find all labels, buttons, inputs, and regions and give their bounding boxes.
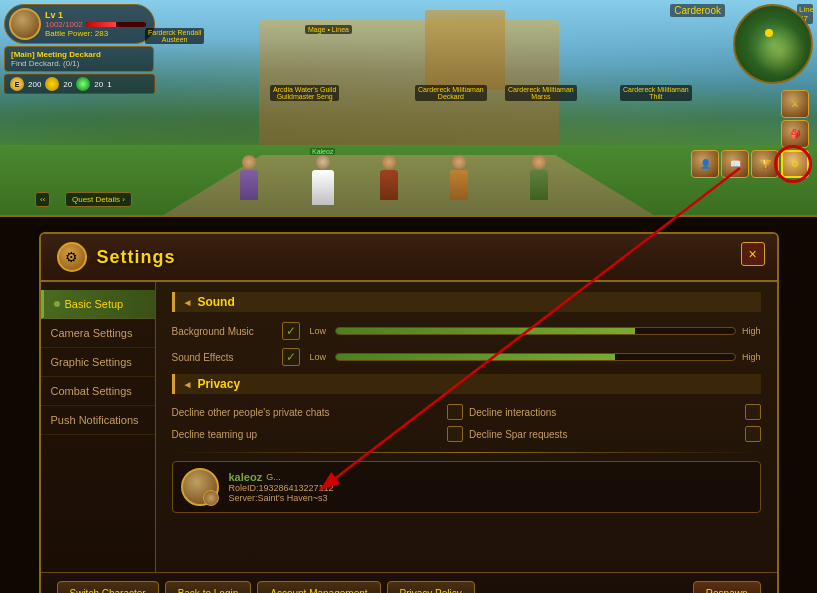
player-card-avatar bbox=[181, 468, 219, 506]
sound-effects-slider-container: Low High bbox=[310, 352, 761, 362]
collapse-button[interactable]: ‹‹ bbox=[35, 192, 50, 207]
settings-header-icon: ⚙ bbox=[57, 242, 87, 272]
extra-count: 1 bbox=[107, 80, 111, 89]
privacy-chats-label: Decline other people's private chats bbox=[172, 407, 442, 418]
sidebar-item-basic-setup[interactable]: Basic Setup bbox=[41, 290, 155, 319]
coin-count: 20 bbox=[63, 80, 72, 89]
bg-music-checkbox[interactable]: ✓ bbox=[282, 322, 300, 340]
npc-character-3 bbox=[450, 155, 468, 200]
player-hp: 1002/1002 bbox=[45, 20, 83, 29]
resource-bar: E 200 20 20 1 bbox=[4, 74, 155, 94]
quest-panel: [Main] Meeting Deckard Find Deckard. (0/… bbox=[4, 46, 154, 72]
section-divider bbox=[172, 452, 761, 453]
bg-music-low: Low bbox=[310, 326, 330, 336]
battle-power: Battle Power: 283 bbox=[45, 29, 146, 38]
privacy-teaming-checkbox[interactable] bbox=[447, 426, 463, 442]
privacy-spar-checkbox[interactable] bbox=[745, 426, 761, 442]
sound-effects-high: High bbox=[741, 352, 761, 362]
sound-effects-low: Low bbox=[310, 352, 330, 362]
game-viewport: Lv 1 1002/1002 Battle Power: 283 [Main] … bbox=[0, 0, 817, 215]
green-count: 20 bbox=[94, 80, 103, 89]
sound-effects-fill bbox=[336, 354, 615, 360]
player-card: kaleoz G... RoleID:193286413227112 Serve… bbox=[172, 461, 761, 513]
back-to-login-button[interactable]: Back to Login bbox=[165, 581, 252, 593]
settings-main-content: ◄ Sound Background Music ✓ Low High bbox=[156, 282, 777, 572]
privacy-interactions-label: Decline interactions bbox=[469, 407, 739, 418]
npc-character-4 bbox=[530, 155, 548, 200]
sidebar-label-graphic: Graphic Settings bbox=[51, 356, 132, 368]
bg-music-high: High bbox=[741, 326, 761, 336]
respawn-button[interactable]: Respawn bbox=[693, 581, 761, 593]
settings-footer: Switch Character Back to Login Account M… bbox=[41, 572, 777, 593]
player-avatar bbox=[9, 8, 41, 40]
privacy-grid: Decline other people's private chats Dec… bbox=[172, 404, 761, 442]
bg-music-slider[interactable] bbox=[335, 327, 736, 335]
settings-title: Settings bbox=[97, 247, 176, 268]
player-card-roleid: RoleID:193286413227112 bbox=[229, 483, 752, 493]
npc-character-2 bbox=[380, 155, 398, 200]
quest-description: Find Deckard. (0/1) bbox=[11, 59, 147, 68]
player-card-info: kaleoz G... RoleID:193286413227112 Serve… bbox=[229, 471, 752, 503]
sound-section-header: ◄ Sound bbox=[172, 292, 761, 312]
sidebar-item-camera[interactable]: Camera Settings bbox=[41, 319, 155, 348]
sidebar-label-combat: Combat Settings bbox=[51, 385, 132, 397]
switch-character-button[interactable]: Switch Character bbox=[57, 581, 159, 593]
player-hud: Lv 1 1002/1002 Battle Power: 283 [Main] … bbox=[4, 4, 155, 94]
sidebar-label-camera: Camera Settings bbox=[51, 327, 133, 339]
sound-section-label: Sound bbox=[197, 295, 234, 309]
npc-label-1: Farderck RendallAusteen bbox=[145, 28, 204, 44]
hp-fill bbox=[86, 22, 116, 27]
settings-header: ⚙ Settings × bbox=[41, 234, 777, 282]
settings-overlay: ⚙ Settings × Basic Setup Camera Settings… bbox=[0, 215, 817, 593]
player-card-server: Server:Saint's Haven~s3 bbox=[229, 493, 752, 503]
settings-body: Basic Setup Camera Settings Graphic Sett… bbox=[41, 282, 777, 572]
active-dot bbox=[54, 301, 60, 307]
player-info-panel: Lv 1 1002/1002 Battle Power: 283 bbox=[4, 4, 155, 44]
settings-close-button[interactable]: × bbox=[741, 242, 765, 266]
sidebar-label-basic: Basic Setup bbox=[65, 298, 124, 310]
bg-music-label: Background Music bbox=[172, 326, 272, 337]
coin-icon bbox=[45, 77, 59, 91]
hp-bar bbox=[86, 22, 146, 27]
privacy-spar-label: Decline Spar requests bbox=[469, 429, 739, 440]
sound-effects-checkbox[interactable]: ✓ bbox=[282, 348, 300, 366]
bg-music-fill bbox=[336, 328, 635, 334]
privacy-section-label: Privacy bbox=[197, 377, 240, 391]
player-character: Kaleoz bbox=[310, 148, 335, 205]
exp-count: 200 bbox=[28, 80, 41, 89]
sound-effects-slider[interactable] bbox=[335, 353, 736, 361]
bg-music-slider-container: Low High bbox=[310, 326, 761, 336]
sound-effects-label: Sound Effects bbox=[172, 352, 272, 363]
player-card-name: kaleoz bbox=[229, 471, 263, 483]
green-resource-icon bbox=[76, 77, 90, 91]
quest-details-button[interactable]: Quest Details › bbox=[65, 192, 132, 207]
sidebar-item-graphic[interactable]: Graphic Settings bbox=[41, 348, 155, 377]
privacy-item-chats: Decline other people's private chats bbox=[172, 404, 464, 420]
exp-icon: E bbox=[10, 77, 24, 91]
sidebar-label-push: Push Notifications bbox=[51, 414, 139, 426]
privacy-interactions-checkbox[interactable] bbox=[745, 404, 761, 420]
npc-label-2: Mage • Linea bbox=[305, 25, 352, 34]
privacy-section-header: ◄ Privacy bbox=[172, 374, 761, 394]
minimap bbox=[733, 4, 813, 84]
privacy-teaming-label: Decline teaming up bbox=[172, 429, 442, 440]
sound-effects-row: Sound Effects ✓ Low High bbox=[172, 348, 761, 366]
privacy-item-interactions: Decline interactions bbox=[469, 404, 761, 420]
background-music-row: Background Music ✓ Low High bbox=[172, 322, 761, 340]
quest-title: [Main] Meeting Deckard bbox=[11, 50, 147, 59]
sidebar-item-push[interactable]: Push Notifications bbox=[41, 406, 155, 435]
sidebar-item-combat[interactable]: Combat Settings bbox=[41, 377, 155, 406]
npc-character-1 bbox=[240, 155, 258, 200]
privacy-chats-checkbox[interactable] bbox=[447, 404, 463, 420]
player-card-guild: G... bbox=[266, 472, 281, 482]
settings-panel: ⚙ Settings × Basic Setup Camera Settings… bbox=[39, 232, 779, 593]
player-level: Lv 1 bbox=[45, 10, 146, 20]
settings-sidebar: Basic Setup Camera Settings Graphic Sett… bbox=[41, 282, 156, 572]
privacy-item-teaming: Decline teaming up bbox=[172, 426, 464, 442]
account-management-button[interactable]: Account Management bbox=[257, 581, 380, 593]
player-character-name: Kaleoz bbox=[310, 148, 335, 155]
privacy-item-spar: Decline Spar requests bbox=[469, 426, 761, 442]
location-label: Carderook bbox=[670, 4, 725, 17]
privacy-policy-button[interactable]: Privacy Policy bbox=[387, 581, 475, 593]
